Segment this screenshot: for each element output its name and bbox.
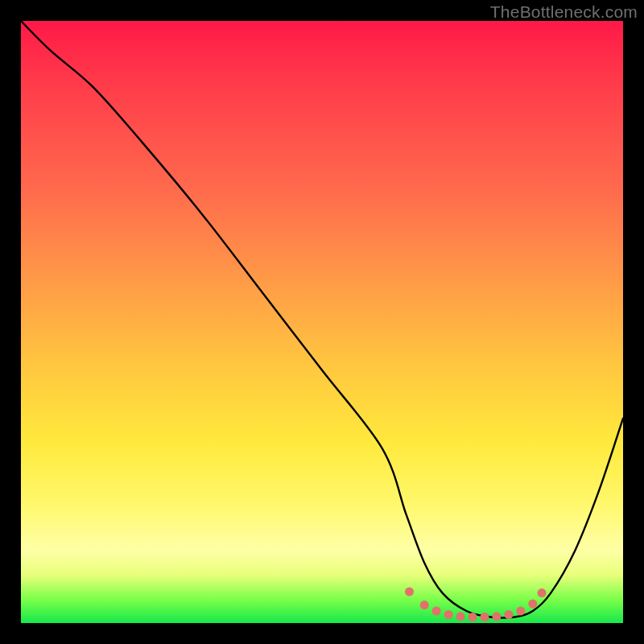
- marker-dot: [420, 601, 429, 609]
- marker-dot: [492, 612, 501, 621]
- optimal-range-dots: [405, 588, 547, 621]
- watermark-text: TheBottleneck.com: [490, 2, 638, 22]
- marker-dot: [405, 588, 414, 597]
- marker-dot: [456, 612, 465, 621]
- marker-dot: [469, 613, 477, 621]
- marker-dot: [538, 588, 547, 597]
- curve-layer: [21, 21, 623, 623]
- marker-dot: [481, 613, 489, 621]
- marker-dot: [504, 610, 513, 619]
- bottleneck-curve: [21, 21, 623, 617]
- chart-frame: TheBottleneck.com: [0, 0, 644, 644]
- marker-dot: [528, 600, 537, 609]
- marker-dot: [444, 610, 453, 619]
- marker-dot: [516, 607, 525, 616]
- plot-area: [21, 21, 623, 623]
- marker-dot: [432, 607, 441, 616]
